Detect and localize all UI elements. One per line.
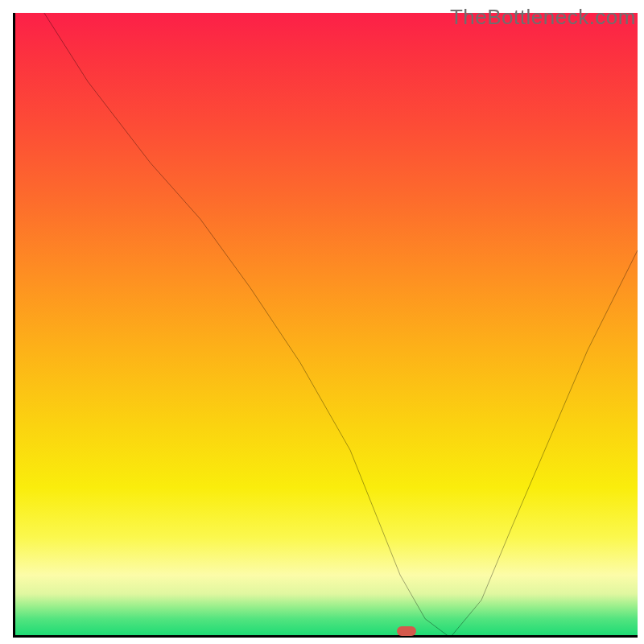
watermark-text: TheBottleneck.com [450,5,636,30]
optimal-point-marker [397,626,416,636]
chart-area [13,13,638,638]
y-axis [13,13,15,638]
x-axis [13,635,638,638]
bottleneck-curve [13,13,638,638]
